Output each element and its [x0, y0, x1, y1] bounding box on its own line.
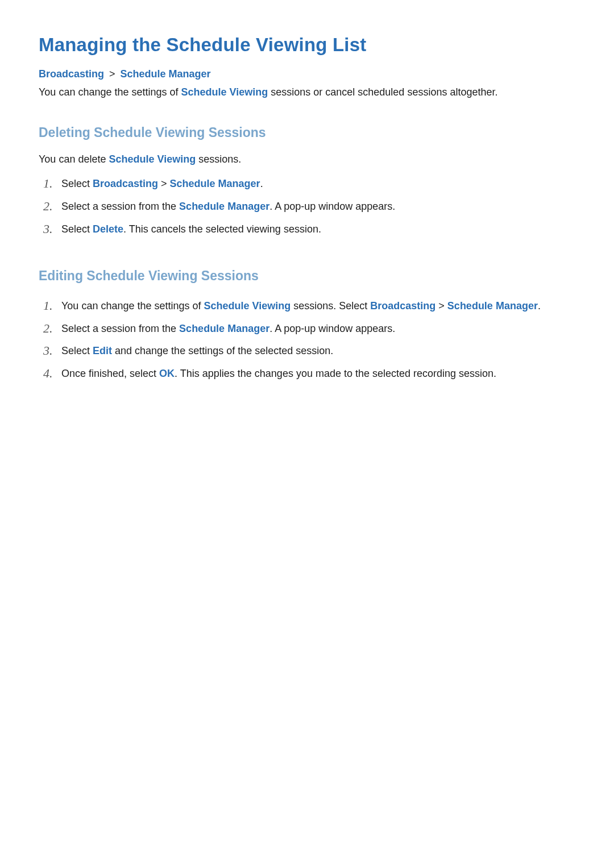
intro-text: sessions or cancel scheduled sessions al…: [268, 86, 497, 98]
text: and change the settings of the selected …: [112, 345, 333, 356]
highlight: Schedule Manager: [179, 323, 269, 334]
text: . This cancels the selected viewing sess…: [123, 223, 321, 235]
breadcrumb: Broadcasting > Schedule Manager: [39, 68, 575, 80]
breadcrumb-separator: >: [107, 68, 118, 80]
list-item: Once finished, select OK. This applies t…: [39, 363, 575, 385]
highlight: Delete: [93, 223, 123, 235]
highlight: Broadcasting: [93, 178, 158, 189]
list-item: Select Delete. This cancels the selected…: [39, 218, 575, 241]
text: Select: [61, 178, 93, 189]
text: Select: [61, 223, 93, 235]
text: >: [435, 300, 447, 312]
text: sessions. Select: [291, 300, 370, 312]
text: You can change the settings of: [61, 300, 204, 312]
text: .: [538, 300, 541, 312]
highlight: Edit: [93, 345, 112, 356]
list-item: Select Broadcasting > Schedule Manager.: [39, 173, 575, 196]
text: . A pop-up window appears.: [269, 201, 395, 212]
highlight: Schedule Manager: [179, 201, 269, 212]
text: Select a session from the: [61, 323, 179, 334]
text: . This applies the changes you made to t…: [175, 368, 496, 379]
section2-steps: You can change the settings of Schedule …: [39, 295, 575, 386]
highlight: Schedule Manager: [170, 178, 260, 189]
list-item: Select a session from the Schedule Manag…: [39, 318, 575, 340]
intro-text: You can change the settings of: [39, 86, 181, 98]
text: Once finished, select: [61, 368, 159, 379]
intro-highlight: Schedule Viewing: [181, 86, 268, 98]
highlight: Schedule Viewing: [204, 300, 291, 312]
list-item: You can change the settings of Schedule …: [39, 295, 575, 318]
highlight: Schedule Viewing: [109, 153, 196, 165]
section1-steps: Select Broadcasting > Schedule Manager. …: [39, 173, 575, 241]
text: >: [158, 178, 170, 189]
text: . A pop-up window appears.: [269, 323, 395, 334]
list-item: Select Edit and change the settings of t…: [39, 340, 575, 363]
section1-intro: You can delete Schedule Viewing sessions…: [39, 152, 575, 167]
subheading-deleting: Deleting Schedule Viewing Sessions: [39, 125, 575, 140]
breadcrumb-part-broadcasting: Broadcasting: [39, 68, 104, 80]
text: .: [260, 178, 263, 189]
highlight: OK: [159, 368, 175, 379]
highlight: Schedule Manager: [447, 300, 538, 312]
text: You can delete: [39, 153, 109, 165]
subheading-editing: Editing Schedule Viewing Sessions: [39, 268, 575, 284]
page: Managing the Schedule Viewing List Broad…: [0, 0, 614, 868]
intro-paragraph: You can change the settings of Schedule …: [39, 85, 575, 100]
page-title: Managing the Schedule Viewing List: [39, 34, 575, 56]
highlight: Broadcasting: [370, 300, 435, 312]
text: Select: [61, 345, 93, 356]
list-item: Select a session from the Schedule Manag…: [39, 196, 575, 218]
breadcrumb-part-schedule-manager: Schedule Manager: [121, 68, 211, 80]
text: sessions.: [196, 153, 241, 165]
text: Select a session from the: [61, 201, 179, 212]
